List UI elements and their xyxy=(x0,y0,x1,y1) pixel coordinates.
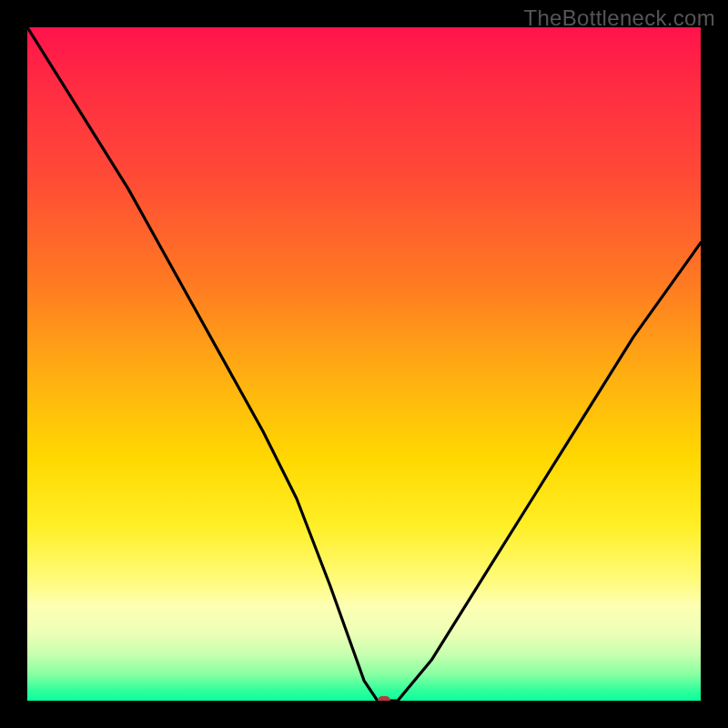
chart-frame: TheBottleneck.com xyxy=(0,0,728,728)
bottleneck-curve xyxy=(27,27,701,701)
watermark-text: TheBottleneck.com xyxy=(523,5,715,31)
bottleneck-marker xyxy=(378,696,390,701)
plot-area xyxy=(27,27,701,701)
